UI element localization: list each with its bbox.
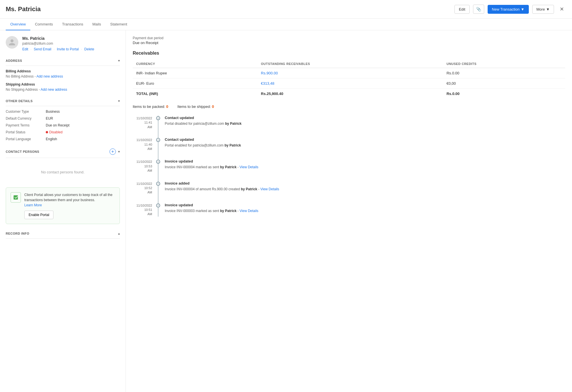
col-currency: CURRENCY bbox=[133, 60, 257, 68]
timeline-item: 11/10/2022 11:40AM ⊙ Contact updated Por… bbox=[133, 137, 565, 151]
outstanding-inr: Rs.900.00 bbox=[257, 68, 443, 78]
main-content: Ms. Patricia patricia@zillum.com Edit · … bbox=[0, 30, 572, 392]
invite-portal-link[interactable]: Invite to Portal bbox=[57, 47, 79, 51]
event-desc: Invoice INV-000004 marked as sent by Pat… bbox=[165, 165, 565, 170]
payment-period: Payment due period Due on Receipt bbox=[133, 36, 565, 45]
contact-email: patricia@zillum.com bbox=[22, 41, 94, 45]
add-billing-link[interactable]: Add new address bbox=[36, 74, 63, 78]
portal-card: Client Portal allows your customers to k… bbox=[6, 187, 120, 224]
tab-overview[interactable]: Overview bbox=[6, 19, 30, 30]
portal-icon bbox=[11, 192, 21, 203]
timeline-dot-icon: ⊙ bbox=[156, 116, 160, 120]
event-title: Invoice added bbox=[165, 181, 565, 185]
contact-actions: Edit · Send Email · Invite to Portal · D… bbox=[22, 47, 94, 51]
payment-terms-row: Payment Terms Due on Receipt bbox=[6, 123, 120, 127]
new-transaction-button[interactable]: New Transaction ▼ bbox=[488, 5, 529, 14]
contact-persons-section: CONTACT PERSONS + ▾ No contact persons f… bbox=[6, 146, 120, 183]
other-details-chevron-icon: ▾ bbox=[118, 99, 120, 103]
table-row: EUR- Euro €313,48 €0,00 bbox=[133, 78, 565, 89]
other-details-header[interactable]: OTHER DETAILS ▾ bbox=[6, 96, 120, 106]
chevron-down-icon-more: ▼ bbox=[546, 7, 550, 11]
portal-language-row: Portal Language English bbox=[6, 137, 120, 141]
record-info-chevron-icon: ▴ bbox=[118, 231, 120, 235]
timeline-time: 11/10/2022 10:51AM bbox=[133, 203, 158, 217]
col-outstanding: OUTSTANDING RECEIVABLES bbox=[257, 60, 443, 68]
status-dot-icon bbox=[46, 131, 48, 133]
contact-persons-header[interactable]: CONTACT PERSONS + ▾ bbox=[6, 146, 120, 158]
timeline-time: 11/10/2022 11:40AM bbox=[133, 137, 158, 151]
tab-mails[interactable]: Mails bbox=[88, 19, 106, 30]
view-details-link[interactable]: View Details bbox=[260, 187, 279, 191]
more-button[interactable]: More ▼ bbox=[532, 5, 554, 14]
edit-button[interactable]: Edit bbox=[454, 5, 469, 14]
timeline-time: 11/10/2022 10:53AM bbox=[133, 159, 158, 173]
close-button[interactable]: ✕ bbox=[557, 5, 566, 13]
left-panel: Ms. Patricia patricia@zillum.com Edit · … bbox=[0, 30, 126, 392]
items-row: Items to be packed: 0 Items to be shippe… bbox=[133, 104, 565, 109]
enable-portal-button[interactable]: Enable Portal bbox=[24, 211, 53, 219]
timeline-content: Contact updated Portal disabled for patr… bbox=[158, 116, 565, 129]
timeline-item: 11/10/2022 11:41AM ⊙ Contact updated Por… bbox=[133, 116, 565, 129]
delete-contact-link[interactable]: Delete bbox=[84, 47, 94, 51]
record-info-title: RECORD INFO bbox=[6, 232, 29, 235]
shipping-address-label: Shipping Address bbox=[6, 82, 120, 86]
edit-contact-link[interactable]: Edit bbox=[22, 47, 28, 51]
contact-persons-title: CONTACT PERSONS bbox=[6, 150, 39, 153]
address-section-title: ADDRESS bbox=[6, 59, 22, 62]
no-contact-persons: No contact persons found. bbox=[6, 161, 120, 183]
portal-status-row: Portal Status Disabled bbox=[6, 130, 120, 134]
table-row: INR- Indian Rupee Rs.900.00 Rs.0.00 bbox=[133, 68, 565, 78]
view-details-link[interactable]: View Details bbox=[240, 209, 259, 213]
add-shipping-link[interactable]: Add new address bbox=[41, 88, 67, 92]
payment-due-label: Payment due period bbox=[133, 36, 565, 40]
address-section-header[interactable]: ADDRESS ▾ bbox=[6, 56, 120, 66]
timeline-time: 11/10/2022 10:52AM bbox=[133, 181, 158, 195]
credits-total: Rs.0.00 bbox=[443, 89, 565, 99]
payment-due-value: Due on Receipt bbox=[133, 41, 565, 45]
record-info-section: RECORD INFO ▴ bbox=[6, 229, 120, 239]
event-title: Invoice updated bbox=[165, 203, 565, 207]
timeline-content: Invoice updated Invoice INV-000004 marke… bbox=[158, 159, 565, 173]
tab-comments[interactable]: Comments bbox=[30, 19, 57, 30]
timeline-content: Contact updated Portal enabled for patri… bbox=[158, 137, 565, 151]
tab-statement[interactable]: Statement bbox=[106, 19, 132, 30]
event-title: Contact updated bbox=[165, 137, 565, 142]
timeline-dot-icon: ⊙ bbox=[156, 182, 160, 186]
default-currency-row: Default Currency EUR bbox=[6, 116, 120, 120]
timeline-item: 11/10/2022 10:51AM ⊙ Invoice updated Inv… bbox=[133, 203, 565, 217]
other-details-section: OTHER DETAILS ▾ Customer Type Business D… bbox=[6, 96, 120, 141]
billing-address-value: No Billing Address - Add new address bbox=[6, 74, 120, 78]
view-details-link[interactable]: View Details bbox=[240, 165, 259, 169]
event-desc: Invoice INV-000003 marked as sent by Pat… bbox=[165, 208, 565, 213]
timeline-time: 11/10/2022 11:41AM bbox=[133, 116, 158, 129]
right-panel: Payment due period Due on Receipt Receiv… bbox=[126, 30, 572, 392]
credits-eur: €0,00 bbox=[443, 78, 565, 89]
contact-header: Ms. Patricia patricia@zillum.com Edit · … bbox=[6, 36, 120, 51]
attach-button[interactable]: 📎 bbox=[473, 5, 484, 14]
customer-type-row: Customer Type Business bbox=[6, 110, 120, 114]
timeline-item: 11/10/2022 10:52AM ⊙ Invoice added Invoi… bbox=[133, 181, 565, 195]
page-header: Ms. Patricia Edit 📎 New Transaction ▼ Mo… bbox=[0, 0, 572, 19]
event-title: Invoice updated bbox=[165, 159, 565, 163]
items-shipped: Items to be shipped: 0 bbox=[177, 104, 214, 109]
items-packed: Items to be packed: 0 bbox=[133, 104, 168, 109]
portal-card-text: Client Portal allows your customers to k… bbox=[24, 192, 115, 208]
col-credits: UNUSED CREDITS bbox=[443, 60, 565, 68]
timeline-dot-icon: ⊙ bbox=[156, 203, 160, 207]
avatar bbox=[6, 36, 18, 49]
chevron-down-icon: ▼ bbox=[521, 7, 525, 11]
add-contact-person-button[interactable]: + bbox=[110, 149, 116, 155]
contact-persons-chevron-icon: ▾ bbox=[118, 150, 120, 154]
timeline: 11/10/2022 11:41AM ⊙ Contact updated Por… bbox=[133, 116, 565, 217]
outstanding-eur: €313,48 bbox=[257, 78, 443, 89]
currency-inr: INR- Indian Rupee bbox=[133, 68, 257, 78]
credits-inr: Rs.0.00 bbox=[443, 68, 565, 78]
tab-transactions[interactable]: Transactions bbox=[57, 19, 88, 30]
learn-more-link[interactable]: Learn More bbox=[24, 203, 42, 207]
event-desc: Portal enabled for patricia@zillum.com b… bbox=[165, 143, 565, 148]
table-row-total: TOTAL (INR) Rs.25,900.40 Rs.0.00 bbox=[133, 89, 565, 99]
record-info-header[interactable]: RECORD INFO ▴ bbox=[6, 229, 120, 239]
timeline-item: 11/10/2022 10:53AM ⊙ Invoice updated Inv… bbox=[133, 159, 565, 173]
send-email-link[interactable]: Send Email bbox=[34, 47, 51, 51]
address-chevron-icon: ▾ bbox=[118, 59, 120, 63]
